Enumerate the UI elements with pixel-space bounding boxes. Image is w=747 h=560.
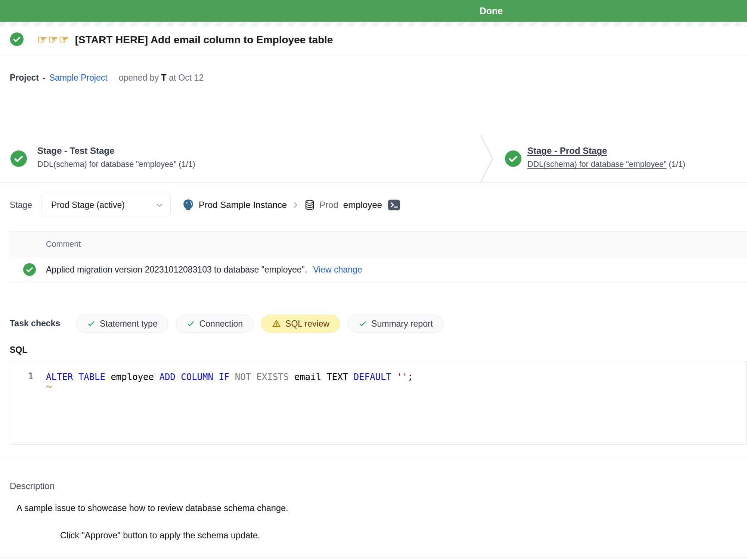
section-divider — [0, 296, 747, 296]
lint-warning-squiggle-icon — [46, 385, 53, 388]
stage-done-check-icon — [10, 150, 27, 167]
task-checks-label: Task checks — [10, 315, 60, 332]
issue-creator: T — [161, 73, 166, 83]
description-heading: Description — [10, 481, 55, 491]
sql-heading: SQL — [10, 345, 27, 355]
comment-table: Comment Applied migration version 202310… — [10, 231, 747, 282]
sql-editor[interactable]: 1 ALTER TABLE employee ADD COLUMN IF NOT… — [10, 361, 747, 445]
stage-task: DDL(schema) for database "employee" (1/1… — [527, 160, 685, 169]
status-banner-text: Done — [480, 0, 503, 22]
stage-done-check-icon — [505, 150, 521, 167]
check-icon — [186, 319, 195, 328]
task-checks-row: Task checks Statement type Connection SQ… — [0, 315, 747, 332]
stage-divider-chevron-icon — [480, 135, 494, 182]
sql-token — [391, 372, 397, 382]
comment-done-check-icon — [23, 263, 36, 276]
postgresql-icon — [182, 199, 195, 211]
stage-select[interactable]: Prod Stage (active) — [41, 194, 171, 216]
description-line: Click "Approve" button to apply the sche… — [60, 531, 260, 541]
chevron-right-icon — [291, 200, 300, 209]
line-number: 1 — [28, 371, 33, 382]
banner-pattern-strip — [0, 22, 747, 27]
sql-token: ; — [407, 372, 413, 382]
comment-column-header: Comment — [46, 231, 747, 257]
bottom-divider — [0, 557, 747, 557]
stage-task-count: (1/1) — [669, 160, 685, 169]
task-check-pill-connection[interactable]: Connection — [176, 315, 253, 333]
task-check-label: Statement type — [100, 319, 158, 329]
task-check-pill-summary-report[interactable]: Summary report — [348, 315, 443, 333]
comment-text: Applied migration version 20231012083103… — [46, 265, 307, 274]
instance-name[interactable]: Prod Sample Instance — [199, 200, 287, 210]
sql-token: employee — [105, 372, 159, 382]
opened-at: at Oct 12 — [169, 73, 204, 83]
issue-page: Done ☞☞☞[START HERE] Add email column to… — [0, 0, 747, 560]
check-icon — [358, 319, 367, 328]
section-divider — [0, 457, 747, 457]
task-check-pill-statement-type[interactable]: Statement type — [76, 315, 168, 333]
chevron-down-icon — [155, 200, 164, 210]
terminal-icon — [388, 199, 400, 211]
task-check-pills: Statement type Connection SQL review Sum… — [76, 315, 443, 333]
check-icon — [87, 319, 96, 328]
sql-token: ADD COLUMN IF — [159, 372, 229, 382]
database-icon — [304, 199, 315, 211]
comment-table-header: Comment — [10, 231, 747, 257]
stage-task-text: DDL(schema) for database "employee" — [37, 160, 177, 169]
sql-token: ALTER TABLE — [46, 372, 105, 382]
project-name-link[interactable]: Sample Project — [49, 73, 108, 83]
sql-token: email TEXT — [289, 372, 353, 382]
task-check-label: Summary report — [371, 319, 433, 329]
warning-icon — [272, 319, 281, 329]
task-check-pill-sql-review[interactable]: SQL review — [261, 315, 340, 333]
stage-select-value: Prod Stage (active) — [51, 194, 125, 216]
issue-title: ☞☞☞[START HERE] Add email column to Empl… — [37, 33, 333, 46]
database-name[interactable]: employee — [343, 200, 382, 210]
open-sql-console-button[interactable] — [388, 199, 400, 211]
stage-task: DDL(schema) for database "employee" (1/1… — [37, 160, 195, 169]
project-row: Project-Sample Projectopened by T at Oct… — [10, 73, 204, 83]
stage-pipeline: Stage - Test Stage DDL(schema) for datab… — [0, 135, 747, 183]
stage-selector-row: Stage Prod Stage (active) Prod Sample In… — [0, 193, 747, 217]
issue-title-row: ☞☞☞[START HERE] Add email column to Empl… — [0, 30, 747, 55]
database-breadcrumb: Prod Sample Instance Prod employee — [182, 193, 400, 217]
pointer-emoji: ☞☞☞ — [37, 33, 70, 46]
sql-token: NOT EXISTS — [235, 372, 289, 382]
comment-row: Applied migration version 20231012083103… — [10, 257, 747, 282]
task-check-label: SQL review — [285, 319, 329, 329]
stage-task-link[interactable]: DDL(schema) for database "employee" — [527, 160, 667, 169]
sql-token: DEFAULT — [354, 372, 391, 382]
view-change-link[interactable]: View change — [313, 265, 362, 274]
status-banner: Done — [0, 0, 747, 22]
stage-task-count: (1/1) — [179, 160, 195, 169]
stage-selector-label: Stage — [10, 193, 32, 217]
stage-title: Stage - Test Stage — [37, 146, 195, 156]
sql-code-line: ALTER TABLE employee ADD COLUMN IF NOT E… — [46, 371, 413, 383]
sql-token: '' — [397, 372, 407, 382]
opened-by-label: opened by — [119, 73, 159, 83]
comment-text-wrap: Applied migration version 20231012083103… — [46, 257, 362, 282]
stage-title-link[interactable]: Stage - Prod Stage — [527, 146, 685, 156]
project-separator: - — [43, 73, 46, 83]
sql-token — [229, 372, 235, 382]
issue-title-text: [START HERE] Add email column to Employe… — [75, 34, 333, 46]
project-label: Project — [10, 73, 39, 83]
environment-name: Prod — [319, 200, 338, 210]
description-line: A sample issue to showcase how to review… — [16, 503, 288, 513]
task-check-label: Connection — [199, 319, 243, 329]
issue-done-check-icon — [10, 32, 24, 46]
